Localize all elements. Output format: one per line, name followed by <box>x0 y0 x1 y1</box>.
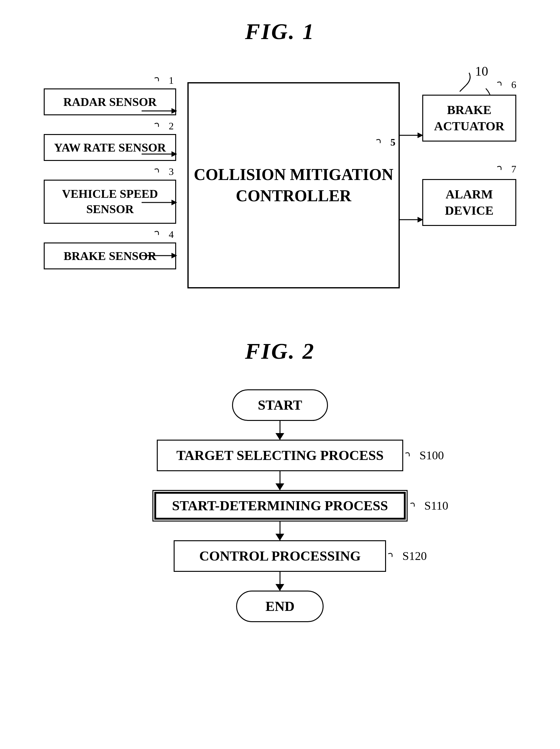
vehicle-speed-sensor-container: 3 VEHICLE SPEEDSENSOR <box>44 180 176 224</box>
controller-label: COLLISION MITIGATION CONTROLLER <box>189 164 399 206</box>
ref-3: 3 <box>152 166 174 179</box>
step-s110-container: START-DETERMINING PROCESS S110 <box>152 490 408 521</box>
brake-sensor-box: BRAKE SENSOR <box>44 242 176 269</box>
input-boxes: 1 RADAR SENSOR 2 YAW RATE SENSOR 3 VEHIC… <box>44 88 176 269</box>
fig2-section: FIG. 2 START TARGET SELECTING PROCESS S1… <box>25 338 535 689</box>
radar-sensor-box: RADAR SENSOR <box>44 88 176 115</box>
step-s100-label: S100 <box>402 448 444 463</box>
brake-actuator-box: BRAKEACTUATOR <box>422 95 516 142</box>
arrow-1 <box>279 421 281 440</box>
step-s120-container: CONTROL PROCESSING S120 <box>174 540 386 572</box>
vehicle-speed-sensor-box: VEHICLE SPEEDSENSOR <box>44 180 176 224</box>
radar-sensor-container: 1 RADAR SENSOR <box>44 88 176 115</box>
brake-sensor-container: 4 BRAKE SENSOR <box>44 242 176 269</box>
arrow-4 <box>279 572 281 591</box>
target-selecting-process-box: TARGET SELECTING PROCESS <box>157 440 403 471</box>
fig2-title: FIG. 2 <box>25 338 535 364</box>
ref-1: 1 <box>152 75 174 87</box>
yaw-rate-sensor-container: 2 YAW RATE SENSOR <box>44 134 176 161</box>
start-determining-process-box: START-DETERMINING PROCESS <box>152 490 408 521</box>
output-boxes: 6 BRAKEACTUATOR 7 ALARMDEVICE <box>422 95 516 226</box>
collision-mitigation-controller: 5 COLLISION MITIGATION CONTROLLER <box>187 82 400 288</box>
fig1-section: FIG. 1 10 1 RADAR SENSOR <box>25 19 535 307</box>
ref-2: 2 <box>152 120 174 133</box>
brake-actuator-container: 6 BRAKEACTUATOR <box>422 95 516 142</box>
system-ref-10: 10 <box>444 70 498 95</box>
end-oval: END <box>236 591 323 622</box>
ref-4: 4 <box>152 229 174 241</box>
fig2-diagram: START TARGET SELECTING PROCESS S100 STAR… <box>25 383 535 689</box>
page: FIG. 1 10 1 RADAR SENSOR <box>0 0 560 749</box>
fig1-title: FIG. 1 <box>25 19 535 45</box>
fig1-diagram: 10 1 RADAR SENSOR 2 YAW RATE SENSOR <box>25 63 535 307</box>
yaw-rate-sensor-box: YAW RATE SENSOR <box>44 134 176 161</box>
svg-line-0 <box>460 85 466 91</box>
step-s120-label: S120 <box>385 549 427 563</box>
control-processing-box: CONTROL PROCESSING <box>174 540 386 572</box>
start-oval: START <box>232 389 328 421</box>
flow-container: START TARGET SELECTING PROCESS S100 STAR… <box>152 383 408 622</box>
step-s110-label: S110 <box>407 499 448 513</box>
ref-5: 5 <box>373 136 396 149</box>
ref-6: 6 <box>494 79 516 92</box>
arrow-2 <box>279 471 281 490</box>
alarm-device-container: 7 ALARMDEVICE <box>422 179 516 226</box>
ref-7: 7 <box>494 164 516 176</box>
alarm-device-box: ALARMDEVICE <box>422 179 516 226</box>
step-s100-container: TARGET SELECTING PROCESS S100 <box>157 440 403 471</box>
arrow-3 <box>279 521 281 540</box>
